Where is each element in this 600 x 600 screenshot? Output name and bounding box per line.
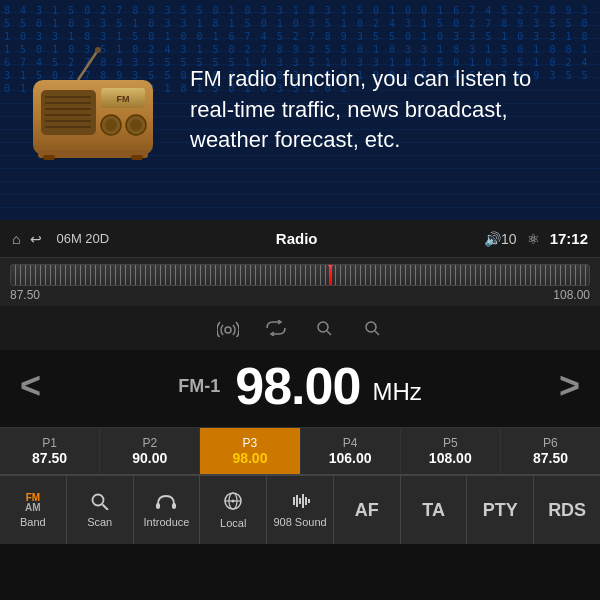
search-left-icon[interactable] xyxy=(310,314,338,342)
radio-ui: ⌂ ↩ 06M 20D Radio 🔊10 ⚛ 17:12 87.50 108.… xyxy=(0,220,600,600)
svg-point-15 xyxy=(130,119,142,131)
svg-point-22 xyxy=(366,322,376,332)
preset-3[interactable]: P3 98.00 xyxy=(200,428,300,474)
preset-3-label: P3 xyxy=(204,436,295,450)
bluetooth-icon: ⚛ xyxy=(527,231,540,247)
time-display: 17:12 xyxy=(550,230,588,247)
date-display: 06M 20D xyxy=(56,231,109,246)
prev-arrow[interactable]: < xyxy=(20,365,41,407)
svg-point-24 xyxy=(92,495,103,506)
pty-button[interactable]: PTY xyxy=(467,476,534,544)
svg-line-23 xyxy=(375,331,379,335)
sound-button[interactable]: 908 Sound xyxy=(267,476,334,544)
svg-rect-27 xyxy=(172,503,176,509)
freq-max-label: 108.00 xyxy=(553,288,590,302)
back-icon[interactable]: ↩ xyxy=(30,231,42,247)
sound-icon xyxy=(289,492,311,513)
description-text: FM radio function, you can listen to rea… xyxy=(170,54,600,166)
scan-label: Scan xyxy=(87,516,112,528)
local-icon xyxy=(223,491,243,514)
icons-row xyxy=(0,306,600,350)
svg-rect-18 xyxy=(131,155,143,160)
main-frequency-display: < FM-1 98.00 MHz > xyxy=(0,350,600,427)
svg-line-0 xyxy=(78,50,98,80)
sound-label: 908 Sound xyxy=(273,516,326,528)
preset-5-label: P5 xyxy=(405,436,496,450)
preset-6-label: P6 xyxy=(505,436,596,450)
preset-5[interactable]: P5 108.00 xyxy=(401,428,501,474)
svg-line-25 xyxy=(102,505,108,511)
svg-rect-17 xyxy=(43,155,55,160)
radio-image: FM xyxy=(15,33,170,188)
freq-min-label: 87.50 xyxy=(10,288,40,302)
radio-title: Radio xyxy=(119,230,474,247)
preset-2-label: P2 xyxy=(104,436,195,450)
preset-3-freq: 98.00 xyxy=(204,450,295,466)
preset-6-freq: 87.50 xyxy=(505,450,596,466)
am-label: AM xyxy=(25,503,41,513)
preset-4[interactable]: P4 106.00 xyxy=(301,428,401,474)
band-toolbar-label: Band xyxy=(20,516,46,528)
frequency-labels: 87.50 108.00 xyxy=(10,286,590,304)
rds-label: RDS xyxy=(548,500,586,521)
broadcast-icon[interactable] xyxy=(214,314,242,342)
preset-5-freq: 108.00 xyxy=(405,450,496,466)
local-label: Local xyxy=(220,517,246,529)
svg-point-19 xyxy=(225,327,231,333)
svg-line-21 xyxy=(327,331,331,335)
bottom-toolbar: FM AM Band Scan Introduce xyxy=(0,474,600,544)
band-icon: FM AM xyxy=(25,493,41,513)
preset-2[interactable]: P2 90.00 xyxy=(100,428,200,474)
scan-button[interactable]: Scan xyxy=(67,476,134,544)
volume-icon[interactable]: 🔊10 xyxy=(484,231,517,247)
frequency-display: 98.00 xyxy=(235,360,360,412)
band-display: FM-1 xyxy=(178,376,220,397)
af-button[interactable]: AF xyxy=(334,476,401,544)
freq-unit: MHz xyxy=(372,378,421,412)
search-right-icon[interactable] xyxy=(358,314,386,342)
presets-row: P1 87.50 P2 90.00 P3 98.00 P4 106.00 P5 … xyxy=(0,427,600,474)
frequency-slider-section[interactable]: 87.50 108.00 xyxy=(0,258,600,306)
frequency-indicator xyxy=(329,265,332,285)
home-icon[interactable]: ⌂ xyxy=(12,231,20,247)
ta-button[interactable]: TA xyxy=(401,476,468,544)
fm-label: FM xyxy=(26,493,40,503)
rds-button[interactable]: RDS xyxy=(534,476,600,544)
repeat-icon[interactable] xyxy=(262,314,290,342)
top-section: 8 4 3 1 5 0 2 7 8 9 3 5 5 0 1 0 3 3 1 8 … xyxy=(0,0,600,220)
tick-marks xyxy=(11,265,589,285)
preset-6[interactable]: P6 87.50 xyxy=(501,428,600,474)
frequency-track[interactable] xyxy=(10,264,590,286)
status-bar: ⌂ ↩ 06M 20D Radio 🔊10 ⚛ 17:12 xyxy=(0,220,600,258)
svg-point-1 xyxy=(95,47,101,53)
band-button[interactable]: FM AM Band xyxy=(0,476,67,544)
introduce-button[interactable]: Introduce xyxy=(134,476,201,544)
pty-label: PTY xyxy=(483,500,518,521)
svg-rect-26 xyxy=(156,503,160,509)
preset-1[interactable]: P1 87.50 xyxy=(0,428,100,474)
svg-point-31 xyxy=(232,500,235,503)
preset-4-freq: 106.00 xyxy=(305,450,396,466)
svg-text:FM: FM xyxy=(116,94,129,104)
svg-point-13 xyxy=(105,119,117,131)
preset-4-label: P4 xyxy=(305,436,396,450)
svg-point-20 xyxy=(318,322,328,332)
headphone-icon xyxy=(155,492,177,513)
preset-2-freq: 90.00 xyxy=(104,450,195,466)
preset-1-freq: 87.50 xyxy=(4,450,95,466)
af-label: AF xyxy=(355,500,379,521)
preset-1-label: P1 xyxy=(4,436,95,450)
next-arrow[interactable]: > xyxy=(559,365,580,407)
local-button[interactable]: Local xyxy=(200,476,267,544)
introduce-label: Introduce xyxy=(144,516,190,528)
scan-icon xyxy=(90,492,110,513)
ta-label: TA xyxy=(422,500,445,521)
